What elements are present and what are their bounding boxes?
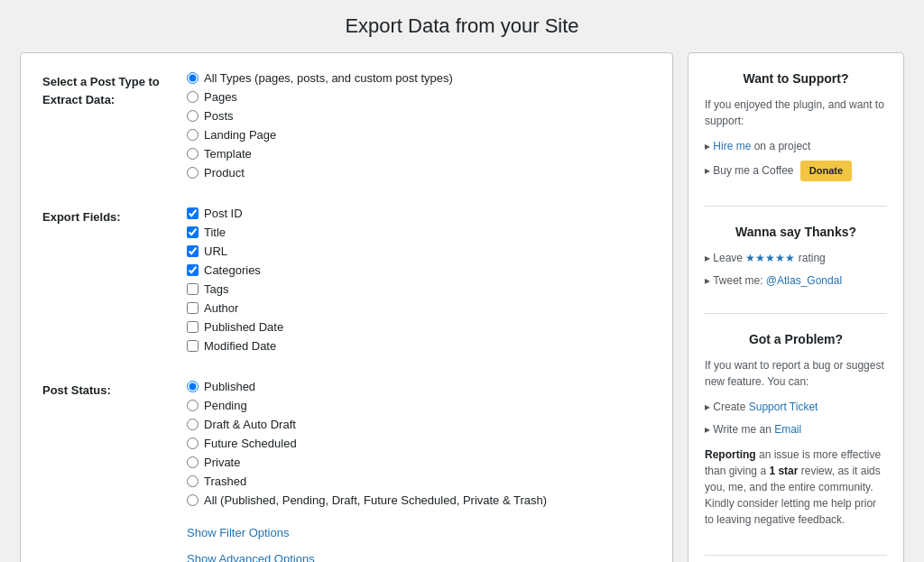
radio-trashed-label: Trashed [204,474,246,488]
post-status-fields: Published Pending Draft & Auto Draft Fut… [187,380,651,562]
radio-private-input[interactable] [187,456,199,468]
radio-draft-auto-label: Draft & Auto Draft [204,418,296,431]
checkbox-author-label: Author [204,301,238,315]
post-status-label: Post Status: [42,380,187,400]
radio-future-scheduled-input[interactable] [187,438,199,449]
radio-pages-input[interactable] [187,91,199,103]
checkbox-author[interactable]: Author [187,301,651,315]
checkbox-published-date-label: Published Date [204,320,283,334]
checkbox-modified-date-label: Modified Date [204,339,276,353]
checkbox-tags[interactable]: Tags [187,282,651,296]
radio-posts-input[interactable] [187,110,199,122]
radio-posts[interactable]: Posts [187,109,651,123]
email-item: Write me an Email [705,421,887,438]
radio-published[interactable]: Published [187,380,651,393]
radio-future-scheduled-label: Future Scheduled [204,437,297,450]
reporting-text: Reporting an issue is more effective tha… [705,447,887,528]
tweet-prefix: Tweet me: [713,274,766,287]
radio-trashed[interactable]: Trashed [187,474,651,488]
tweet-handle-link[interactable]: @Atlas_Gondal [766,274,842,287]
checkbox-post-id[interactable]: Post ID [187,207,651,220]
show-filter-options-link[interactable]: Show Filter Options [187,526,651,539]
email-link[interactable]: Email [774,423,801,436]
support-section: Want to Support? If you enjoyed the plug… [705,71,887,207]
page-title: Export Data from your Site [14,14,910,38]
checkbox-categories[interactable]: Categories [187,263,651,277]
support-text: If you enjoyed the plugin, and want to s… [705,97,887,129]
donate-button[interactable]: Donate [800,161,852,181]
radio-landing-page-input[interactable] [187,129,199,141]
checkbox-post-id-label: Post ID [204,207,243,220]
radio-draft-auto[interactable]: Draft & Auto Draft [187,418,651,431]
radio-pages-label: Pages [204,90,237,104]
radio-all-types[interactable]: All Types (pages, posts, and custom post… [187,71,651,85]
radio-all-types-label: All Types (pages, posts, and custom post… [204,71,453,85]
leave-rating-item: Leave ★★★★★ rating [705,250,887,266]
radio-all-types-input[interactable] [187,72,199,84]
support-ticket-prefix: Create [713,401,748,413]
post-type-fields: All Types (pages, posts, and custom post… [187,71,651,185]
checkbox-modified-date[interactable]: Modified Date [187,339,651,353]
checkbox-title[interactable]: Title [187,226,651,239]
checkbox-published-date-input[interactable] [187,321,199,333]
checkbox-categories-input[interactable] [187,264,199,276]
main-panel: Select a Post Type to Extract Data: All … [20,52,673,562]
hire-me-suffix: on a project [751,140,810,152]
radio-landing-page[interactable]: Landing Page [187,128,651,142]
radio-posts-label: Posts [204,109,234,123]
checkbox-url[interactable]: URL [187,244,651,258]
radio-private[interactable]: Private [187,456,651,469]
radio-template[interactable]: Template [187,147,651,161]
radio-product-input[interactable] [187,167,199,179]
checkbox-modified-date-input[interactable] [187,340,199,352]
radio-published-label: Published [204,380,255,393]
checkbox-title-input[interactable] [187,226,199,238]
problem-text: If you want to report a bug or suggest n… [705,357,887,390]
checkbox-categories-label: Categories [204,263,261,277]
support-ticket-link[interactable]: Support Ticket [749,401,818,413]
layout: Select a Post Type to Extract Data: All … [20,52,904,562]
radio-trashed-input[interactable] [187,475,199,487]
export-fields-label: Export Fields: [42,207,187,226]
checkbox-title-label: Title [204,226,226,239]
checkbox-post-id-input[interactable] [187,207,199,219]
leave-suffix: rating [795,252,825,264]
radio-pending-label: Pending [204,399,247,412]
show-advanced-options-link[interactable]: Show Advanced Options [187,552,651,562]
checkbox-tags-label: Tags [204,282,228,296]
radio-draft-auto-input[interactable] [187,419,199,430]
radio-product[interactable]: Product [187,166,651,180]
radio-published-input[interactable] [187,381,199,392]
hire-me-item: Hire me on a project [705,138,887,154]
checkbox-published-date[interactable]: Published Date [187,320,651,334]
email-prefix: Write me an [713,423,774,436]
radio-pages[interactable]: Pages [187,90,651,104]
export-fields-fields: Post ID Title URL Categories Tags [187,207,651,358]
post-status-row: Post Status: Published Pending Draft & A… [42,380,651,562]
tweet-item: Tweet me: @Atlas_Gondal [705,272,887,289]
radio-future-scheduled[interactable]: Future Scheduled [187,437,651,450]
radio-product-label: Product [204,166,245,180]
radio-template-input[interactable] [187,148,199,160]
checkbox-url-input[interactable] [187,245,199,257]
buy-coffee-item: Buy me a Coffee Donate [705,161,887,181]
post-type-label: Select a Post Type to Extract Data: [42,71,187,108]
radio-pending[interactable]: Pending [187,399,651,412]
export-fields-row: Export Fields: Post ID Title URL Categor… [42,207,651,358]
post-type-row: Select a Post Type to Extract Data: All … [42,71,651,185]
radio-all-status-input[interactable] [187,494,199,506]
checkbox-tags-input[interactable] [187,283,199,295]
radio-template-label: Template [204,147,252,161]
buy-coffee-prefix: Buy me a Coffee [713,164,793,177]
problem-heading: Got a Problem? [705,332,887,346]
support-heading: Want to Support? [705,71,887,86]
radio-pending-input[interactable] [187,400,199,411]
radio-all-status-label: All (Published, Pending, Draft, Future S… [204,493,547,507]
radio-private-label: Private [204,456,240,469]
radio-all-status[interactable]: All (Published, Pending, Draft, Future S… [187,493,651,507]
checkbox-author-input[interactable] [187,302,199,314]
checkbox-url-label: URL [204,244,227,258]
stars-link[interactable]: ★★★★★ [745,252,795,264]
leave-prefix: Leave [713,252,745,264]
hire-me-link[interactable]: Hire me [713,140,751,152]
